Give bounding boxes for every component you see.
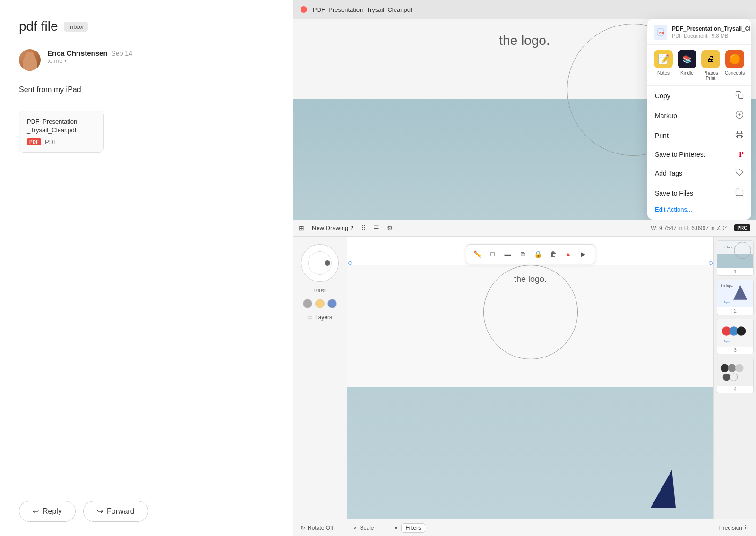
drawing-toolbar-top: ⊞ New Drawing 2 ⠿ ☰ ⚙ W: 9.7547 in H: 6.… (293, 220, 756, 237)
tool-rectangle[interactable]: □ (486, 247, 499, 261)
svg-rect-18 (717, 359, 753, 386)
pdf-icon: PDF (27, 138, 41, 145)
menu-item-markup[interactable]: Markup (647, 106, 751, 126)
print-icon (735, 130, 744, 141)
email-actions: ↩ Reply ↪ Forward (19, 491, 274, 522)
tool-group[interactable]: ⧉ (516, 247, 530, 261)
sender-info: Erica Christensen Sep 14 to me ▾ (47, 49, 132, 64)
tag-icon (735, 168, 744, 179)
attachment-type: PDF PDF (27, 138, 96, 145)
tool-lock[interactable]: 🔒 (532, 247, 545, 261)
drawing-canvas[interactable]: ✏️ □ ▬ ⧉ 🔒 🗑 ▲ ▶ the logo. (347, 237, 713, 536)
svg-point-23 (730, 374, 738, 381)
menu-item-pinterest[interactable]: Save to Pinterest 𝐏 (647, 145, 751, 163)
menu-item-print[interactable]: Print (647, 126, 751, 145)
drawing-app: ⊞ New Drawing 2 ⠿ ☰ ⚙ W: 9.7547 in H: 6.… (293, 220, 756, 536)
kindle-icon: 📚 (678, 50, 696, 68)
precision-button[interactable]: Precision ⠿ (719, 525, 748, 531)
share-dropdown: PDF PDF_Presentation_Trysail_Clear PDF D… (647, 19, 751, 220)
thumb-num-2: 2 (717, 307, 753, 315)
thumb-preview-1: the logo. (717, 241, 753, 268)
menu-item-add-tags[interactable]: Add Tags (647, 163, 751, 183)
svg-text:▲ Trysail.: ▲ Trysail. (721, 301, 731, 304)
handle-tr[interactable] (709, 261, 713, 265)
tool-pencil[interactable]: ✏️ (471, 247, 484, 261)
compass-dot (325, 260, 330, 266)
thumb-preview-3: ▲ Trysail. (717, 319, 753, 347)
filters-button[interactable]: ▼ Filters (394, 523, 426, 533)
reply-button[interactable]: ↩ Reply (19, 501, 76, 522)
chevron-down-icon: ▾ (64, 58, 67, 63)
pinterest-icon: 𝐏 (739, 150, 744, 159)
zoom-label: 100% (313, 288, 326, 293)
dots-menu-icon[interactable]: ⠿ (361, 224, 366, 232)
app-icon-kindle[interactable]: 📚 Kindle (678, 50, 696, 81)
concepts-icon: 🟠 (725, 50, 744, 68)
email-sender-block: Erica Christensen Sep 14 to me ▾ (19, 49, 274, 71)
settings-icon[interactable]: ⚙ (387, 224, 393, 232)
folder-icon (735, 188, 744, 198)
canvas-sail-shape (651, 470, 676, 508)
canvas-content-area: the logo. (347, 265, 713, 536)
email-body: Sent from my iPad (19, 84, 274, 95)
svg-text:PDF: PDF (659, 31, 664, 34)
rotate-off-button[interactable]: ↻ Rotate Off (301, 525, 333, 531)
copy-icon (735, 91, 744, 101)
menu-item-copy[interactable]: Copy (647, 86, 751, 106)
svg-point-20 (728, 364, 736, 372)
thumbnails-panel: the logo. 1 the logo. ▲ Trysail. (713, 237, 756, 536)
sender-to-me[interactable]: to me ▾ (47, 57, 132, 64)
edit-actions-link[interactable]: Edit Actions... (647, 203, 751, 216)
svg-rect-2 (739, 94, 743, 99)
app-icon-notes[interactable]: 📝 Notes (654, 50, 673, 81)
thumbnail-3[interactable]: ▲ Trysail. 3 (717, 319, 754, 354)
menu-item-save-files[interactable]: Save to Files (647, 183, 751, 203)
list-icon[interactable]: ☰ (373, 224, 379, 232)
filters-badge: Filters (401, 523, 425, 533)
attachment-card[interactable]: PDF_Presentation _Trysail_Clear.pdf PDF … (19, 111, 104, 153)
svg-point-21 (735, 364, 744, 372)
svg-rect-4 (738, 136, 742, 138)
pdf-logo-text: the logo. (499, 33, 550, 48)
sender-name: Erica Christensen (47, 49, 108, 57)
thumbnail-4[interactable]: 4 (717, 358, 754, 393)
bottom-statusbar: ↻ Rotate Off ⚬ Scale ▼ Filters Precision… (293, 519, 756, 536)
email-title: pdf file (19, 19, 58, 34)
tool-style[interactable]: ▲ (562, 247, 575, 261)
drawing-left-panel: 100% ☰ Layers (293, 237, 347, 536)
tool-line[interactable]: ▬ (501, 247, 515, 261)
sender-date: Sep 14 (112, 50, 132, 57)
forward-button[interactable]: ↪ Forward (83, 501, 148, 522)
svg-text:▲ Trysail.: ▲ Trysail. (721, 340, 731, 343)
grid-view-icon[interactable]: ⊞ (299, 224, 304, 232)
thumb-num-4: 4 (717, 386, 753, 393)
pdf-preview-area: PDF_Presentation_Trysail_Clear.pdf the l… (293, 0, 756, 220)
svg-text:the logo.: the logo. (722, 246, 734, 249)
thumb-preview-4 (717, 358, 753, 386)
handle-tl[interactable] (348, 261, 352, 265)
pharos-icon: 🖨 (701, 50, 720, 68)
pdf-close-button[interactable] (301, 6, 307, 13)
scale-button[interactable]: ⚬ Scale (352, 525, 374, 531)
app-icon-pharos[interactable]: 🖨 Pharos Print (701, 50, 720, 81)
thumbnail-1[interactable]: the logo. 1 (717, 240, 754, 276)
swatch-blue[interactable] (327, 299, 337, 308)
svg-point-19 (721, 364, 729, 372)
status-divider-2 (384, 524, 384, 532)
tool-play[interactable]: ▶ (577, 247, 590, 261)
svg-point-22 (723, 374, 730, 381)
status-divider-1 (343, 524, 343, 532)
app-icon-concepts[interactable]: 🟠 Concepts (725, 50, 745, 81)
scale-icon: ⚬ (352, 525, 357, 531)
inbox-badge: Inbox (64, 22, 88, 32)
swatch-gray[interactable] (303, 299, 312, 308)
attachment-label: PDF (45, 138, 57, 145)
drawing-title: New Drawing 2 (312, 224, 353, 231)
compass-widget[interactable] (301, 244, 339, 282)
thumbnail-2[interactable]: the logo. ▲ Trysail. 2 (717, 280, 754, 315)
drawing-main: 100% ☰ Layers ✏️ □ ▬ (293, 237, 756, 536)
thumb-num-1: 1 (717, 268, 753, 275)
tool-delete[interactable]: 🗑 (547, 247, 560, 261)
layers-button[interactable]: ☰ Layers (308, 314, 332, 321)
swatch-yellow[interactable] (315, 299, 325, 308)
